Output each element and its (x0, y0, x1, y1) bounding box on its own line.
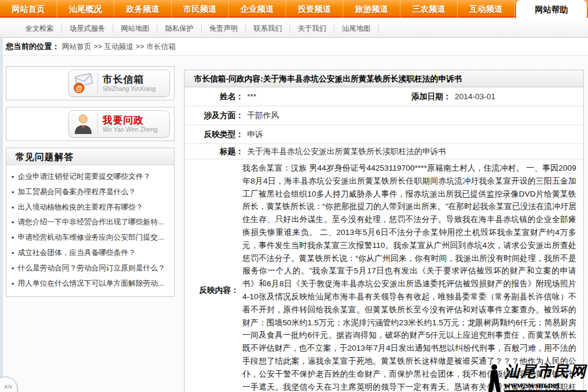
speed-label: K/s (4, 384, 12, 390)
wenzheng-box: 我要问政 Wo Yao Wen Zheng (6, 107, 175, 141)
subnav-scene-service[interactable]: 场景式服务 (62, 24, 113, 32)
petition-header: 市长信箱-问政内容:关于海丰县赤坑公安派出所黄某铁所长渎职枉法的申诉书 (185, 70, 583, 87)
nav-item-home[interactable]: 网站首页 (0, 0, 57, 18)
aspect-value: 干部作风 (247, 110, 279, 121)
nav-item-investment[interactable]: 投资频道 (286, 0, 343, 18)
mailbox-envelope-icon: @ (72, 72, 96, 94)
date-field: 添加日期： 2014-03-01 (397, 92, 495, 102)
faq-item[interactable]: 加工贸易合同备案办理程序是什么？ (12, 185, 172, 200)
title-row: 标题： 关于海丰县赤坑公安派出所黄某铁所长渎职枉法的申诉书 (185, 144, 583, 159)
nav-tab-site-help[interactable]: 网站帮助 (516, 0, 587, 19)
faq-item[interactable]: 请您介绍一下中非经贸合作出现了哪些新特... (12, 215, 172, 230)
faq-list: 企业申请注销登记时需要提交哪些文件？ 加工贸易合同备案办理程序是什么？ 出入境动… (6, 165, 174, 296)
secondary-navigation: 全文检索 场景式服务 网站地图 隐私保护 免责声明 联系我们 关于我们 汕尾地图 (0, 19, 588, 38)
mailbox-subtitle: ShiZhang XinXiang (103, 85, 156, 93)
subnav-sitemap[interactable]: 网站地图 (113, 24, 157, 32)
wenzheng-title: 我要问政 (103, 115, 157, 126)
content-label: 反映内容： (185, 285, 239, 296)
date-value: 2014-03-01 (455, 92, 495, 101)
nav-item-interactive[interactable]: 互动频道 (458, 0, 515, 18)
mailbox-title: 市长信箱 (103, 74, 156, 85)
nav-item-tourism[interactable]: 旅游频道 (343, 0, 400, 18)
nav-item-overview[interactable]: 汕尾概况 (57, 0, 114, 18)
subnav-fulltext-search[interactable]: 全文检索 (18, 24, 62, 32)
faq-box: 常见问题解答 企业申请注销登记时需要提交哪些文件？ 加工贸易合同备案办理程序是什… (6, 148, 175, 297)
petition-content-text: 我名余某宣：汉族 男44岁身份证号44253119700****原籍南土村人，住… (242, 162, 579, 392)
sidebar: @ 市长信箱 ShiZhang XinXiang 我要问政 Wo Ya (6, 66, 175, 303)
subnav-city-map[interactable]: 汕尾地图 (334, 24, 379, 32)
name-value: *** (247, 92, 257, 101)
faq-item[interactable]: 企业申请注销登记时需要提交哪些文件？ (12, 169, 172, 185)
name-date-row: 姓名： *** 添加日期： 2014-03-01 (185, 87, 583, 106)
main-navigation: 网站首页 汕尾概况 政务频道 市民频道 企业频道 投资频道 旅游频道 三农频道 … (0, 0, 588, 18)
nav-item-government[interactable]: 政务频道 (114, 0, 172, 18)
title-label: 标题： (189, 146, 244, 157)
breadcrumb-label: 您当前的位置： (6, 41, 60, 52)
nav-item-agriculture[interactable]: 三农频道 (400, 0, 458, 18)
faq-item[interactable]: 出入境动植物检疫的主要程序有哪些？ (12, 200, 172, 215)
mayor-mailbox-box: @ 市长信箱 ShiZhang XinXiang (6, 66, 175, 100)
aspect-row: 涉及方面： 干部作风 (185, 106, 583, 125)
type-row: 反映类型： 申诉 (185, 125, 583, 144)
nav-row: 网站首页 汕尾概况 政务频道 市民频道 企业频道 投资频道 旅游频道 三农频道 … (0, 0, 515, 18)
mailbox-card-text: 市长信箱 ShiZhang XinXiang (103, 74, 156, 93)
faq-item[interactable]: 成立社会团体，应当具备哪些条件？ (12, 246, 172, 261)
type-value: 申诉 (247, 129, 263, 140)
content-row: 反映内容： 我名余某宣：汉族 男44岁身份证号44253119700****原籍… (185, 159, 583, 392)
nav-item-citizen[interactable]: 市民频道 (172, 0, 229, 18)
wenzheng-card-text: 我要问政 Wo Yao Wen Zheng (103, 115, 157, 133)
at-glyph: @ (75, 84, 83, 93)
breadcrumb: 您当前的位置： 网站首页 >> 互动频道 >> 市长信箱 (0, 38, 588, 55)
title-value: 关于海丰县赤坑公安派出所黄某铁所长渎职枉法的申诉书 (247, 146, 446, 157)
date-label: 添加日期： (397, 92, 451, 102)
name-label: 姓名： (189, 92, 244, 102)
faq-item[interactable]: 用人单位在什么情况下可以单方面解除劳动... (12, 276, 172, 292)
nav-item-enterprise[interactable]: 企业频道 (229, 0, 286, 18)
mayor-mailbox-button[interactable]: @ 市长信箱 ShiZhang XinXiang (68, 70, 170, 97)
page-left-strip (0, 38, 3, 392)
faq-item[interactable]: 申请经营机动车维修业务应向公安部门提交... (12, 230, 172, 246)
card-divider (97, 114, 98, 134)
faq-title: 常见问题解答 (6, 148, 174, 165)
breadcrumb-path[interactable]: 网站首页 >> 互动频道 >> 市长信箱 (62, 42, 176, 52)
faq-item[interactable]: 什么是劳动合同？劳动合同订立原则是什么？ (12, 261, 172, 276)
card-divider (97, 73, 98, 93)
speed-indicator-widget[interactable]: K/s (0, 377, 18, 392)
subnav-contact[interactable]: 联系我们 (246, 24, 290, 32)
type-label: 反映类型： (189, 129, 244, 140)
wenzheng-button[interactable]: 我要问政 Wo Yao Wen Zheng (68, 110, 170, 138)
subnav-about[interactable]: 关于我们 (290, 24, 334, 32)
petition-detail-panel: 市长信箱-问政内容:关于海丰县赤坑公安派出所黄某铁所长渎职枉法的申诉书 姓名： … (184, 70, 584, 392)
subnav-disclaimer[interactable]: 免责声明 (202, 24, 246, 32)
aspect-label: 涉及方面： (189, 110, 244, 121)
subnav-privacy[interactable]: 隐私保护 (157, 24, 202, 32)
name-field: 姓名： *** (189, 92, 397, 102)
wenzheng-subtitle: Wo Yao Wen Zheng (103, 126, 157, 133)
person-icon (72, 113, 96, 135)
